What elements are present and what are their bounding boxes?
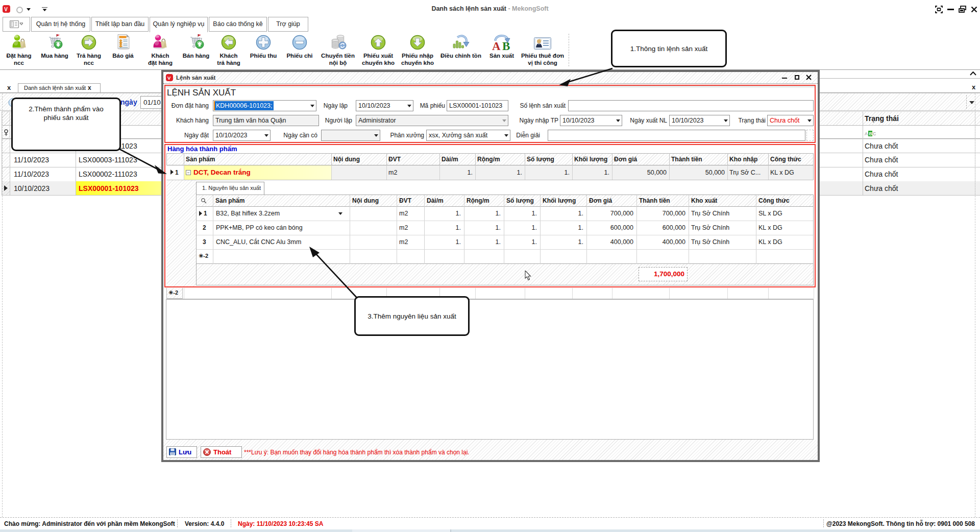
svg-text:A: A — [865, 131, 868, 136]
svg-text:A: A — [492, 40, 501, 51]
svg-text:V: V — [167, 75, 171, 81]
svg-text:C: C — [873, 131, 876, 136]
svg-text:B: B — [502, 40, 510, 51]
svg-text:B: B — [869, 131, 873, 136]
